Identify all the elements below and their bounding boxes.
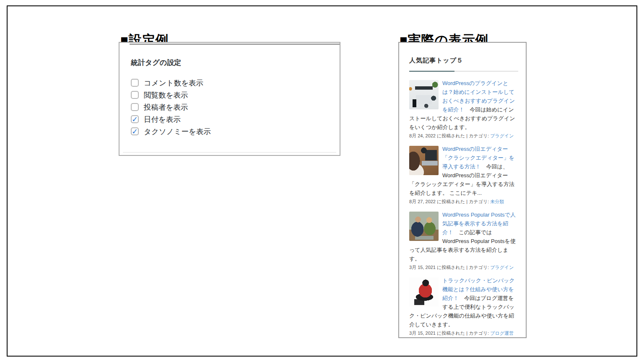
checkbox-list: コメント数を表示 閲覧数を表示 投稿者を表示 日付を表示 タクソノミーを表示 (131, 77, 340, 137)
post-date-text: 3月 15, 2021 に投稿された | カテゴリ: (409, 331, 490, 336)
checkbox[interactable] (131, 103, 139, 111)
popular-post-item: WordPressの旧エディター「クラシックエディター」を導入する方法！ 今回は… (409, 145, 518, 205)
checkbox-label: 投稿者を表示 (144, 102, 188, 112)
post-meta: 8月 27, 2022 に投稿された | カテゴリ: 未分類 (409, 198, 518, 205)
checkbox-label: コメント数を表示 (144, 78, 203, 88)
checkbox-row[interactable]: 閲覧数を表示 (131, 89, 340, 101)
checkbox[interactable] (131, 127, 139, 135)
post-category-link[interactable]: ブログ運営 (490, 331, 514, 336)
widget-title-underline (409, 71, 518, 72)
woman-in-red-with-laptop-photo[interactable] (409, 277, 439, 307)
post-date-text: 8月 24, 2022 に投稿された | カテゴリ: (409, 133, 490, 138)
widget-title: 人気記事トップ５ (409, 57, 518, 65)
checkbox-label: 日付を表示 (144, 114, 181, 124)
settings-panel-heading: 統計タグの設定 (131, 58, 340, 67)
checkbox-label: 閲覧数を表示 (144, 90, 188, 100)
popular-post-item: WordPress Popular Postsで人気記事を表示する方法を紹介！ … (409, 210, 518, 271)
screenshot-canvas: ■設定例 統計タグの設定 コメント数を表示 閲覧数を表示 投稿者を表示 日付を表… (0, 0, 644, 362)
post-category-link[interactable]: プラグイン (490, 265, 514, 270)
checkbox[interactable] (131, 91, 139, 99)
post-date-text: 3月 15, 2021 に投稿された | カテゴリ: (409, 265, 490, 270)
post-meta: 8月 24, 2022 に投稿された | カテゴリ: プラグイン (409, 132, 518, 140)
popular-post-item: トラックバック・ピンバック機能とは？仕組みや使い方を紹介！ 今回はブログ運営をす… (409, 276, 518, 337)
woman-at-laptop-photo[interactable] (409, 146, 439, 175)
checkbox-row[interactable]: タクソノミーを表示 (131, 125, 340, 137)
popular-posts-widget: 人気記事トップ５ WordPressのプラグインとは？始めにインストールしておく… (398, 42, 527, 338)
checkbox-row[interactable]: 投稿者を表示 (131, 101, 340, 113)
popular-post-item: WordPressのプラグインとは？始めにインストールしておくべきおすすめプラグ… (409, 79, 518, 140)
settings-panel: 統計タグの設定 コメント数を表示 閲覧数を表示 投稿者を表示 日付を表示 タクソ… (119, 42, 340, 156)
kids-cheering-at-laptop-photo[interactable] (409, 212, 439, 241)
popular-posts-list: WordPressのプラグインとは？始めにインストールしておくべきおすすめプラグ… (409, 79, 518, 338)
post-meta: 3月 15, 2021 に投稿された | カテゴリ: プラグイン (409, 264, 518, 271)
checkbox[interactable] (131, 115, 139, 123)
desk-top-view-photo[interactable] (409, 80, 439, 109)
checkbox-row[interactable]: コメント数を表示 (131, 77, 340, 89)
post-meta: 3月 15, 2021 に投稿された | カテゴリ: ブログ運営 (409, 330, 518, 337)
post-category-link[interactable]: プラグイン (490, 133, 514, 138)
post-date-text: 8月 27, 2022 に投稿された | カテゴリ: (409, 199, 490, 204)
checkbox-label: タクソノミーを表示 (144, 127, 211, 137)
post-category-link[interactable]: 未分類 (490, 199, 504, 204)
checkbox-row[interactable]: 日付を表示 (131, 113, 340, 125)
checkbox[interactable] (131, 79, 139, 87)
